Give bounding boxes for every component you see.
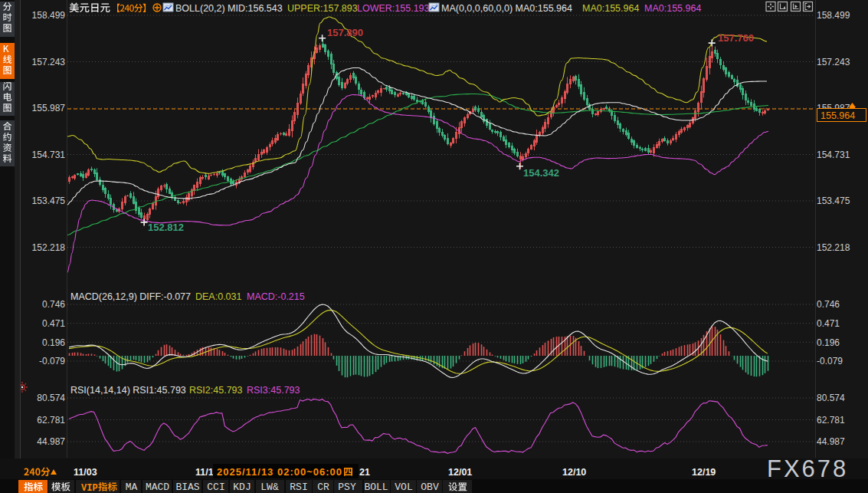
svg-text:MACD:-0.215: MACD:-0.215 bbox=[247, 291, 305, 302]
svg-text:158.499: 158.499 bbox=[817, 10, 850, 21]
svg-text:RSI: RSI bbox=[290, 481, 307, 493]
svg-text:LOWER:155.193: LOWER:155.193 bbox=[357, 3, 430, 14]
svg-text:44.987: 44.987 bbox=[37, 436, 65, 447]
svg-text:CCI: CCI bbox=[207, 481, 224, 493]
svg-text:154.731: 154.731 bbox=[817, 150, 850, 160]
svg-text:MA: MA bbox=[126, 481, 138, 493]
svg-text:154.731: 154.731 bbox=[32, 150, 66, 160]
svg-text:RSI2:45.793: RSI2:45.793 bbox=[189, 385, 243, 396]
svg-text:PSY: PSY bbox=[338, 481, 356, 493]
svg-text:11/03: 11/03 bbox=[74, 467, 97, 478]
svg-text:VOL: VOL bbox=[395, 481, 412, 493]
svg-text:152.812: 152.812 bbox=[148, 222, 184, 233]
svg-text:BOLL: BOLL bbox=[364, 481, 388, 493]
svg-text:155.964: 155.964 bbox=[821, 110, 855, 121]
svg-text:0.746: 0.746 bbox=[42, 299, 65, 310]
svg-text:152.218: 152.218 bbox=[817, 242, 850, 253]
svg-text:0.471: 0.471 bbox=[42, 318, 65, 329]
svg-text:158.499: 158.499 bbox=[32, 10, 66, 21]
svg-text:MA(0,0,0,60,0,0) MA0:155.964: MA(0,0,0,60,0,0) MA0:155.964 bbox=[441, 3, 572, 14]
svg-text:MACD: MACD bbox=[146, 481, 169, 493]
svg-text:KDJ: KDJ bbox=[233, 481, 251, 493]
svg-text:155.987: 155.987 bbox=[32, 103, 66, 113]
svg-text:152.218: 152.218 bbox=[32, 242, 66, 253]
svg-text:0.196: 0.196 bbox=[817, 337, 840, 348]
svg-text:62.781: 62.781 bbox=[37, 415, 65, 426]
svg-text:157.243: 157.243 bbox=[32, 57, 66, 67]
svg-text:VIP: VIP bbox=[81, 483, 98, 493]
svg-text:157.760: 157.760 bbox=[718, 32, 754, 44]
svg-text:153.475: 153.475 bbox=[32, 196, 66, 206]
svg-text:RSI3:45.793: RSI3:45.793 bbox=[247, 385, 300, 396]
svg-text:12/10: 12/10 bbox=[562, 467, 586, 478]
svg-text:OBV: OBV bbox=[421, 481, 439, 493]
svg-text:153.475: 153.475 bbox=[817, 196, 850, 206]
svg-text:MACD(26,12,9) DIFF:-0.077: MACD(26,12,9) DIFF:-0.077 bbox=[70, 291, 191, 302]
svg-text:80.574: 80.574 bbox=[37, 393, 65, 403]
svg-text:0.471: 0.471 bbox=[817, 318, 840, 329]
svg-text:UPPER:157.893: UPPER:157.893 bbox=[287, 3, 358, 14]
svg-text:62.781: 62.781 bbox=[817, 415, 845, 426]
svg-text:157.243: 157.243 bbox=[817, 57, 850, 67]
svg-text:CR: CR bbox=[317, 481, 329, 493]
svg-text:2025/11/13 02:00~06:00: 2025/11/13 02:00~06:00 bbox=[217, 466, 342, 478]
svg-text:21: 21 bbox=[359, 467, 370, 478]
svg-text:MA0:155.964: MA0:155.964 bbox=[644, 3, 701, 14]
svg-text:0.746: 0.746 bbox=[817, 299, 840, 310]
svg-text:12/01: 12/01 bbox=[448, 467, 472, 478]
svg-text:0.196: 0.196 bbox=[42, 337, 65, 348]
svg-text:BOLL(20,2) MID:156.543: BOLL(20,2) MID:156.543 bbox=[175, 3, 283, 14]
svg-text:11/1: 11/1 bbox=[195, 467, 214, 478]
svg-text:-0.079: -0.079 bbox=[39, 356, 65, 366]
svg-text:LW&: LW& bbox=[260, 481, 279, 493]
svg-text:MA0:155.964: MA0:155.964 bbox=[582, 3, 639, 14]
svg-text:80.574: 80.574 bbox=[817, 393, 845, 403]
svg-text:BIAS: BIAS bbox=[175, 481, 199, 493]
svg-text:157.890: 157.890 bbox=[327, 27, 363, 38]
svg-text:DEA:0.031: DEA:0.031 bbox=[195, 291, 242, 302]
svg-text:12/19: 12/19 bbox=[692, 467, 716, 478]
svg-text:44.987: 44.987 bbox=[817, 436, 845, 447]
svg-text:FX678: FX678 bbox=[767, 455, 848, 482]
svg-text:154.342: 154.342 bbox=[523, 167, 559, 179]
svg-text:RSI(14,14,14) RSI1:45.793: RSI(14,14,14) RSI1:45.793 bbox=[70, 385, 186, 396]
svg-text:-0.079: -0.079 bbox=[817, 356, 843, 366]
